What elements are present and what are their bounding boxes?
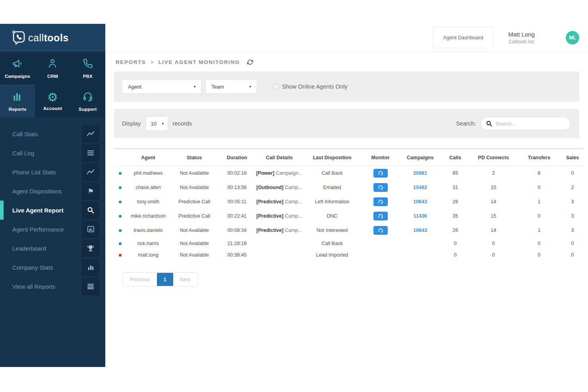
- headset-icon: [378, 171, 383, 176]
- phone-bubble-icon: [12, 30, 25, 45]
- sidebar-tile-support[interactable]: Support: [70, 85, 105, 118]
- table-controls-panel: Display 10 ▼ records Search:: [114, 109, 579, 138]
- monitor-button[interactable]: [373, 169, 388, 178]
- agent-name: chase.allen: [126, 180, 170, 195]
- col-duration: Duration: [218, 149, 256, 166]
- duration: 21:28:16: [218, 238, 256, 249]
- page-size-value: 10: [151, 121, 157, 127]
- monitor-button[interactable]: [373, 226, 388, 235]
- col-status: Status: [170, 149, 218, 166]
- sidebar-tile-pbx[interactable]: PBX: [70, 52, 105, 85]
- sidebar-item-label: Agent Performance: [12, 226, 64, 233]
- page-size-select[interactable]: 10 ▼: [146, 116, 168, 131]
- headset-icon: [378, 228, 383, 233]
- team-select[interactable]: Team ▼: [205, 79, 257, 94]
- avatar[interactable]: ML: [566, 31, 579, 44]
- sales-count: 2: [561, 180, 584, 195]
- sidebar-item-label: Company Stats: [12, 264, 53, 271]
- agent-select-value: Agent: [128, 84, 141, 90]
- sidebar-tile-reports[interactable]: Reports: [0, 85, 35, 118]
- duration: 00:22:41: [218, 209, 256, 223]
- call-details: [256, 249, 303, 261]
- online-only-filter: Show Online Agents Only: [273, 83, 347, 90]
- sidebar-item-call-stats[interactable]: Call Stats: [0, 125, 105, 143]
- campaign-link[interactable]: 10643: [413, 199, 427, 205]
- agent-select[interactable]: Agent ▼: [122, 79, 201, 94]
- page-1-button[interactable]: 1: [157, 273, 173, 286]
- headset-icon: [378, 214, 383, 218]
- previous-page-button[interactable]: Previous: [123, 273, 157, 286]
- monitor-button[interactable]: [373, 183, 388, 192]
- pd-connects-count: 2: [470, 166, 517, 181]
- sidebar-tile-campaigns[interactable]: Campaigns: [0, 52, 35, 85]
- table-header-row: Agent Status Duration Call Details Last …: [114, 149, 584, 166]
- sidebar-item-agent-dispositions[interactable]: Agent Dispositions ⚑: [0, 182, 105, 200]
- sales-count: 0: [561, 249, 584, 261]
- pd-connects-count: 0: [470, 238, 517, 249]
- last-disposition: Left Information: [303, 195, 362, 209]
- col-monitor: Monitor: [362, 149, 399, 166]
- list-icon: [82, 144, 99, 162]
- monitor-button[interactable]: [373, 212, 388, 220]
- transfers-count: 6: [517, 166, 561, 181]
- pd-connects-count: 14: [470, 223, 517, 238]
- agent-name: rick.harris: [126, 238, 170, 249]
- online-only-label: Show Online Agents Only: [282, 83, 347, 90]
- col-last-disposition: Last Disposition: [303, 149, 362, 166]
- chevron-down-icon: ▼: [161, 122, 164, 126]
- monitor-cell-empty: [362, 249, 399, 261]
- agent-status: Not Available: [170, 238, 218, 249]
- search-input[interactable]: [495, 121, 565, 127]
- show-online-agents-checkbox[interactable]: [273, 84, 279, 89]
- calls-count: 26: [441, 223, 470, 238]
- agent-status: Not Available: [170, 166, 218, 181]
- campaign-link[interactable]: 11436: [413, 213, 427, 219]
- chart-board-icon: [82, 220, 99, 238]
- agent-dashboard-button[interactable]: Agent Dashboard: [433, 27, 493, 48]
- table-row: chase.allen Not Available 00:13:56 [Outb…: [114, 180, 584, 195]
- sidebar-item-company-stats[interactable]: Company Stats: [0, 259, 105, 276]
- user-info[interactable]: Matt Long Calltools Inc: [508, 31, 535, 44]
- campaign-cell-empty: [399, 249, 441, 261]
- next-page-button[interactable]: Next: [173, 273, 197, 286]
- pagination: Previous 1 Next: [123, 272, 198, 286]
- sidebar-nav-tiles: Campaigns CRM PBX: [0, 52, 105, 118]
- last-disposition: DNC: [303, 209, 362, 223]
- calls-count: 0: [441, 249, 470, 261]
- team-select-value: Team: [211, 84, 224, 90]
- search-label: Search:: [456, 120, 476, 127]
- user-company: Calltools Inc: [508, 39, 535, 44]
- campaign-link[interactable]: 10643: [413, 228, 427, 233]
- agent-status: Not Available: [170, 223, 218, 238]
- pd-connects-count: 15: [470, 209, 517, 223]
- sidebar-item-call-log[interactable]: Call Log: [0, 144, 105, 162]
- sidebar-tile-account[interactable]: ⚙ Account: [35, 85, 70, 118]
- monitor-button[interactable]: [373, 197, 388, 206]
- sidebar-tile-crm[interactable]: CRM: [35, 52, 70, 85]
- headset-icon: [378, 199, 383, 204]
- status-dot: [119, 254, 122, 257]
- col-transfers: Transfers: [517, 149, 561, 166]
- last-disposition: Call Back: [303, 166, 362, 181]
- line-chart-icon: [82, 125, 99, 143]
- top-header: Agent Dashboard Matt Long Calltools Inc …: [105, 24, 588, 52]
- chevron-down-icon: ▼: [193, 85, 196, 89]
- calltools-logo[interactable]: calltools: [12, 30, 69, 45]
- col-status-dot: [114, 149, 126, 166]
- sidebar-item-live-agent-report[interactable]: Live Agent Report: [0, 201, 105, 219]
- headset-icon: [378, 185, 383, 190]
- campaign-link[interactable]: 15482: [413, 185, 427, 190]
- duration: 00:02:18: [218, 166, 256, 181]
- breadcrumb-reports[interactable]: REPORTS: [116, 59, 146, 65]
- transfers-count: 0: [517, 209, 561, 223]
- campaign-link[interactable]: 20981: [413, 170, 427, 176]
- sidebar-item-phone-list-stats[interactable]: Phone List Stats: [0, 163, 105, 181]
- agents-table: Agent Status Duration Call Details Last …: [114, 149, 584, 261]
- agents-table-wrap: Agent Status Duration Call Details Last …: [114, 149, 584, 286]
- sidebar-item-view-all-reports[interactable]: View all Reports: [0, 278, 105, 295]
- refresh-icon[interactable]: [247, 59, 253, 65]
- sidebar-item-leaderboard[interactable]: Leaderboard: [0, 239, 105, 257]
- sidebar-item-agent-performance[interactable]: Agent Performance: [0, 220, 105, 238]
- calls-count: 26: [441, 195, 470, 209]
- phone-icon: [82, 58, 94, 71]
